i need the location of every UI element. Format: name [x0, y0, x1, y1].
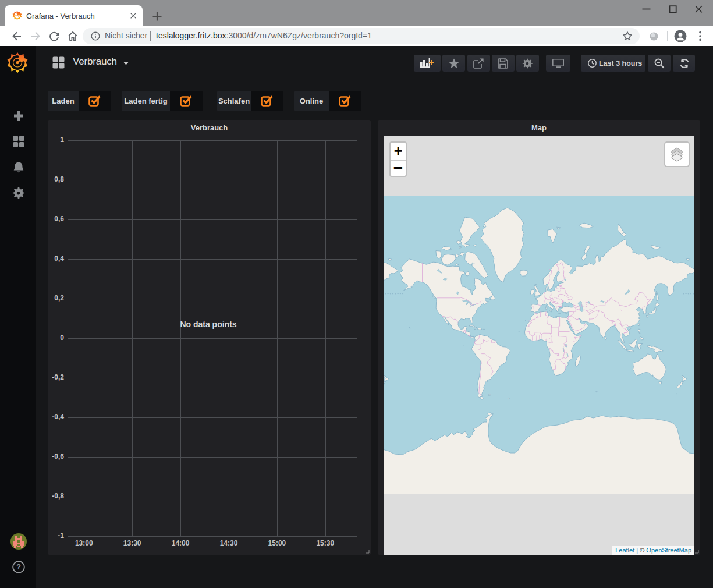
svg-text:?: ?: [16, 563, 21, 571]
